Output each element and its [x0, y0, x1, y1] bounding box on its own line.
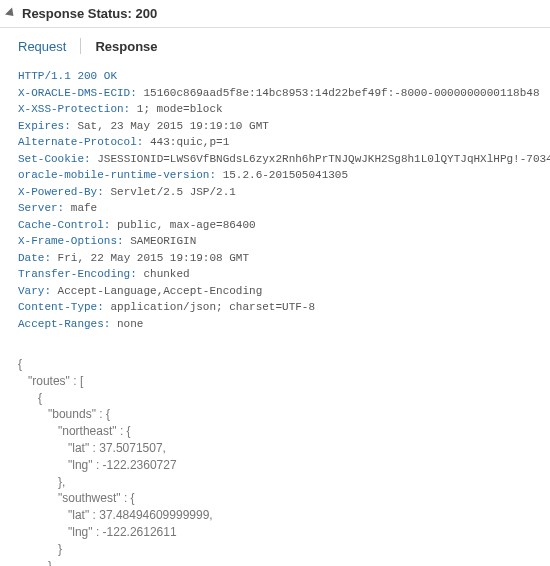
header-value: 15.2.6-201505041305 [216, 169, 348, 181]
header-line: Expires: Sat, 23 May 2015 19:19:10 GMT [18, 118, 532, 135]
panel-header[interactable]: Response Status: 200 [0, 0, 550, 28]
panel-title: Response Status: 200 [22, 6, 157, 21]
header-value: mafe [64, 202, 97, 214]
tabs: Request Response [0, 28, 550, 64]
header-line: Accept-Ranges: none [18, 316, 532, 333]
tab-separator [80, 38, 81, 54]
header-line: Cache-Control: public, max-age=86400 [18, 217, 532, 234]
header-key: X-Frame-Options: [18, 235, 124, 247]
tab-request[interactable]: Request [18, 39, 80, 54]
header-value: 1; mode=block [130, 103, 222, 115]
header-value: 443:quic,p=1 [143, 136, 229, 148]
header-value: 15160c869aad5f8e:14bc8953:14d22bef49f:-8… [137, 87, 540, 99]
header-value: none [110, 318, 143, 330]
header-value: chunked [137, 268, 190, 280]
header-line: X-Powered-By: Servlet/2.5 JSP/2.1 [18, 184, 532, 201]
header-line: Transfer-Encoding: chunked [18, 266, 532, 283]
header-key: Server: [18, 202, 64, 214]
header-line: Set-Cookie: JSESSIONID=LWS6VfBNGdsL6zyx2… [18, 151, 532, 168]
status-line: HTTP/1.1 200 OK [18, 68, 532, 85]
response-body: { "routes" : [ { "bounds" : { "northeast… [0, 340, 550, 566]
header-value: Sat, 23 May 2015 19:19:10 GMT [71, 120, 269, 132]
header-line: Alternate-Protocol: 443:quic,p=1 [18, 134, 532, 151]
header-line: Vary: Accept-Language,Accept-Encoding [18, 283, 532, 300]
header-key: Transfer-Encoding: [18, 268, 137, 280]
header-value: Accept-Language,Accept-Encoding [51, 285, 262, 297]
header-line: Content-Type: application/json; charset=… [18, 299, 532, 316]
header-line: Server: mafe [18, 200, 532, 217]
header-key: X-Powered-By: [18, 186, 104, 198]
header-value: Fri, 22 May 2015 19:19:08 GMT [51, 252, 249, 264]
header-line: X-Frame-Options: SAMEORIGIN [18, 233, 532, 250]
header-line: oracle-mobile-runtime-version: 15.2.6-20… [18, 167, 532, 184]
header-value: SAMEORIGIN [124, 235, 197, 247]
header-key: Expires: [18, 120, 71, 132]
disclosure-triangle-icon[interactable] [5, 7, 17, 19]
response-headers: HTTP/1.1 200 OK X-ORACLE-DMS-ECID: 15160… [0, 64, 550, 340]
header-value: public, max-age=86400 [110, 219, 255, 231]
header-key: Date: [18, 252, 51, 264]
tab-response[interactable]: Response [95, 39, 171, 54]
header-key: Set-Cookie: [18, 153, 91, 165]
header-key: Content-Type: [18, 301, 104, 313]
title-prefix: Response Status: [22, 6, 132, 21]
header-value: JSESSIONID=LWS6VfBNGdsL6zyx2Rnh6hPrTNJQw… [91, 153, 550, 165]
header-value: application/json; charset=UTF-8 [104, 301, 315, 313]
header-line: Date: Fri, 22 May 2015 19:19:08 GMT [18, 250, 532, 267]
header-key: X-ORACLE-DMS-ECID: [18, 87, 137, 99]
header-key: oracle-mobile-runtime-version: [18, 169, 216, 181]
header-key: Vary: [18, 285, 51, 297]
header-key: Cache-Control: [18, 219, 110, 231]
header-key: X-XSS-Protection: [18, 103, 130, 115]
header-key: Accept-Ranges: [18, 318, 110, 330]
status-code: 200 [135, 6, 157, 21]
header-key: Alternate-Protocol: [18, 136, 143, 148]
header-line: X-XSS-Protection: 1; mode=block [18, 101, 532, 118]
header-line: X-ORACLE-DMS-ECID: 15160c869aad5f8e:14bc… [18, 85, 532, 102]
header-value: Servlet/2.5 JSP/2.1 [104, 186, 236, 198]
response-panel: Response Status: 200 Request Response HT… [0, 0, 550, 566]
